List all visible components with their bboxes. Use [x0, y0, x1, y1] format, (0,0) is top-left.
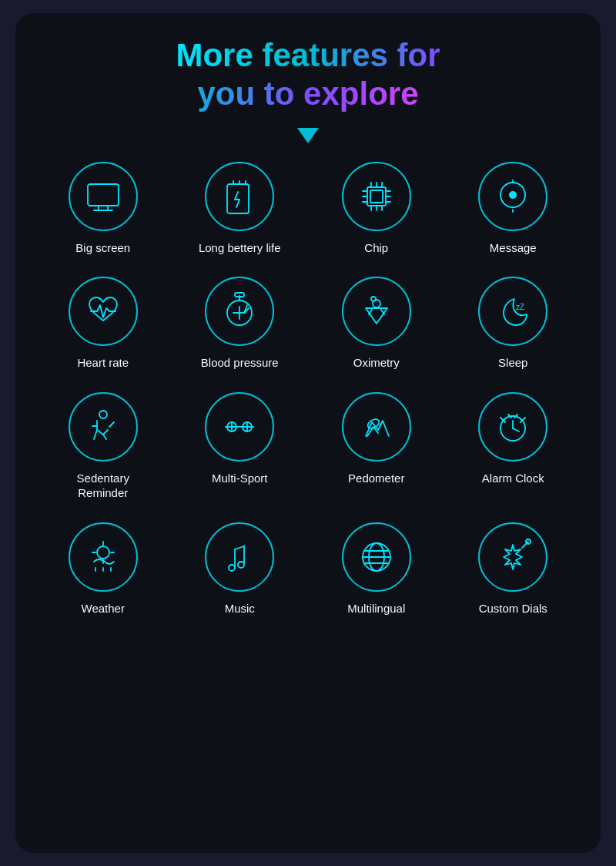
svg-line-68 — [235, 546, 244, 549]
feature-label-pedometer: Pedometer — [348, 471, 404, 486]
feature-item-blood-pressure: Blood pressure — [176, 277, 305, 371]
alarm-clock-icon — [478, 392, 547, 462]
feature-item-pedometer: Pedometer — [312, 392, 441, 501]
svg-rect-33 — [235, 293, 244, 297]
feature-item-oximetry: Oximetry — [312, 277, 441, 371]
svg-point-69 — [229, 565, 235, 571]
feature-item-music: Music — [176, 522, 305, 616]
svg-line-53 — [513, 428, 519, 431]
feature-item-message: Message — [449, 162, 578, 256]
feature-item-alarm-clock: Alarm Clock — [449, 392, 578, 501]
arrow-down-icon — [297, 128, 319, 143]
main-title: More features for you to explore — [176, 36, 440, 114]
feature-label-weather: Weather — [82, 601, 125, 616]
pedometer-icon — [342, 392, 411, 462]
feature-item-multi-sport: Multi-Sport — [176, 392, 305, 501]
blood-pressure-icon — [205, 277, 274, 346]
chip-icon — [342, 162, 411, 231]
svg-point-39 — [371, 297, 376, 301]
svg-line-8 — [235, 192, 238, 200]
svg-rect-12 — [370, 190, 383, 203]
svg-line-76 — [522, 542, 528, 548]
svg-rect-0 — [88, 184, 119, 206]
feature-label-long-battery: Long bettery life — [199, 240, 281, 256]
feature-label-multilingual: Multilingual — [347, 601, 405, 616]
custom-dials-icon — [478, 522, 547, 592]
feature-label-heart-rate: Heart rate — [77, 355, 129, 371]
heart-rate-icon — [69, 277, 138, 346]
svg-text:zZ: zZ — [516, 303, 524, 311]
feature-item-sedentary: Sedentary Reminder — [38, 392, 168, 501]
feature-label-custom-dials: Custom Dials — [479, 601, 547, 616]
feature-item-weather: Weather — [38, 522, 168, 616]
feature-item-chip: Chip — [312, 162, 441, 256]
music-icon — [205, 522, 274, 592]
svg-point-26 — [509, 191, 517, 199]
feature-label-message: Message — [490, 240, 537, 256]
feature-item-multilingual: Multilingual — [312, 522, 441, 616]
feature-item-custom-dials: Custom Dials — [449, 522, 578, 616]
svg-line-10 — [236, 200, 239, 207]
feature-label-chip: Chip — [364, 240, 388, 256]
title-line2: you to explore — [176, 75, 440, 113]
svg-line-43 — [109, 422, 114, 427]
svg-point-58 — [97, 546, 109, 559]
svg-rect-4 — [227, 184, 249, 213]
svg-point-70 — [238, 562, 244, 568]
main-card: More features for you to explore Big scr… — [15, 13, 601, 853]
svg-point-41 — [99, 411, 107, 418]
feature-label-big-screen: Big screen — [75, 240, 130, 256]
sedentary-icon — [69, 392, 138, 462]
big-screen-icon — [69, 162, 138, 231]
feature-item-heart-rate: Heart rate — [38, 277, 168, 371]
title-line1: More features for — [176, 36, 440, 75]
feature-item-big-screen: Big screen — [38, 162, 168, 256]
feature-label-music: Music — [225, 601, 255, 616]
message-icon — [478, 162, 547, 231]
oximetry-icon — [342, 277, 411, 346]
feature-label-multi-sport: Multi-Sport — [212, 471, 268, 486]
feature-label-alarm-clock: Alarm Clock — [482, 471, 544, 486]
multi-sport-icon — [205, 392, 274, 462]
feature-label-oximetry: Oximetry — [353, 355, 400, 371]
feature-item-sleep: zZSleep — [449, 277, 578, 371]
feature-label-sleep: Sleep — [498, 355, 527, 371]
features-grid: Big screenLong bettery lifeChipMessageHe… — [31, 162, 585, 616]
feature-label-sedentary: Sedentary Reminder — [77, 471, 129, 501]
weather-icon — [69, 522, 138, 592]
battery-icon — [205, 162, 274, 231]
feature-label-blood-pressure: Blood pressure — [201, 355, 279, 371]
feature-item-long-battery: Long bettery life — [176, 162, 305, 256]
sleep-icon: zZ — [478, 277, 547, 346]
multilingual-icon — [342, 522, 411, 592]
